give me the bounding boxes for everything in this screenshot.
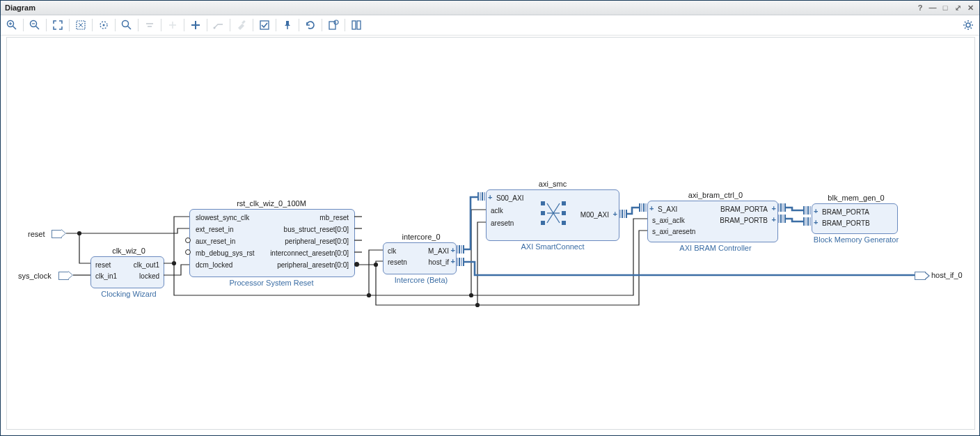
port: resetn <box>388 258 407 266</box>
port: clk_out1 <box>134 261 159 269</box>
svg-rect-32 <box>541 211 545 215</box>
block-bram-sub: AXI BRAM Controller <box>646 244 785 252</box>
diagram-canvas[interactable]: reset sys_clock host_if_0 clk_wiz_0 rese… <box>6 37 975 430</box>
port: host_if <box>429 258 449 266</box>
block-clk-wiz-sub: Clocking Wizard <box>84 290 174 298</box>
svg-line-5 <box>36 26 40 30</box>
toolbar <box>1 15 979 36</box>
port: M00_AXI <box>580 211 609 219</box>
port: mb_debug_sys_rst <box>196 249 255 257</box>
smartconnect-icon <box>541 198 566 229</box>
port: ext_reset_in <box>196 226 233 233</box>
svg-rect-21 <box>357 21 361 29</box>
block-smc[interactable]: + S00_AXI aclk aresetn M00_AXI + <box>486 189 619 241</box>
expand-icon <box>164 17 181 33</box>
minimize-icon[interactable]: — <box>928 3 938 13</box>
collapse-icon <box>141 17 158 33</box>
port: BRAM_PORTA <box>720 205 768 213</box>
svg-rect-15 <box>242 20 246 24</box>
port: clk <box>388 247 396 255</box>
svg-rect-33 <box>541 221 545 225</box>
titlebar: Diagram ? — □ ⤢ ✕ <box>1 1 979 15</box>
svg-line-29 <box>965 28 966 29</box>
port: slowest_sync_clk <box>196 214 249 221</box>
zoom-area-icon[interactable] <box>72 17 89 33</box>
svg-rect-34 <box>562 201 566 205</box>
svg-point-22 <box>966 23 970 27</box>
customize-icon <box>233 17 250 33</box>
help-icon[interactable]: ? <box>915 3 925 13</box>
block-bmg[interactable]: + + BRAM_PORTA BRAM_PORTB <box>812 203 898 234</box>
block-clk-wiz-title: clk_wiz_0 <box>90 247 167 255</box>
block-clk-wiz[interactable]: reset clk_in1 clk_out1 locked <box>90 256 164 288</box>
block-psr-sub: Processor System Reset <box>188 279 355 287</box>
svg-line-1 <box>13 26 17 30</box>
block-bram-ctrl[interactable]: + S_AXI s_axi_aclk s_axi_aresetn BRAM_PO… <box>647 201 778 242</box>
port: BRAM_PORTB <box>822 219 870 227</box>
port: dcm_locked <box>196 261 232 269</box>
svg-line-30 <box>971 22 972 23</box>
port: S00_AXI <box>496 194 523 202</box>
settings-icon[interactable] <box>960 17 977 33</box>
svg-point-38 <box>173 262 176 265</box>
window-title: Diagram <box>5 3 35 12</box>
search-icon[interactable] <box>118 17 135 33</box>
port: peripheral_reset[0:0] <box>285 238 349 245</box>
svg-rect-20 <box>352 21 356 29</box>
block-smc-sub: AXI SmartConnect <box>486 242 619 251</box>
diagram-window: Diagram ? — □ ⤢ ✕ <box>0 0 980 436</box>
ext-port-reset[interactable]: reset <box>28 230 45 238</box>
port: s_axi_aclk <box>652 217 685 224</box>
block-bram-title: axi_bram_ctrl_0 <box>646 191 785 199</box>
port: aresetn <box>491 219 514 227</box>
block-bmg-title: blk_mem_gen_0 <box>807 194 905 202</box>
svg-point-10 <box>122 21 129 27</box>
zoom-in-icon[interactable] <box>3 17 20 33</box>
svg-point-40 <box>470 294 473 297</box>
port: reset <box>95 261 111 269</box>
port: M_AXI <box>428 247 449 255</box>
add-icon[interactable] <box>187 17 204 33</box>
svg-point-41 <box>374 263 378 267</box>
validate-icon[interactable] <box>256 17 273 33</box>
ext-port-hostif-shape <box>915 272 926 280</box>
block-intercore[interactable]: clk resetn M_AXI host_if + + <box>383 242 457 274</box>
ext-port-host-if[interactable]: host_if_0 <box>931 271 963 279</box>
close-icon[interactable]: ✕ <box>965 3 975 13</box>
port: BRAM_PORTB <box>720 217 768 224</box>
svg-point-39 <box>368 294 371 297</box>
auto-fit-icon[interactable] <box>95 17 112 33</box>
port: BRAM_PORTA <box>822 208 869 216</box>
svg-line-11 <box>128 26 132 30</box>
port: aclk <box>491 207 503 215</box>
svg-line-27 <box>965 22 966 23</box>
refresh-icon[interactable] <box>302 17 319 33</box>
zoom-fit-icon[interactable] <box>49 17 66 33</box>
svg-point-37 <box>78 232 81 235</box>
block-bmg-sub: Block Memory Generator <box>800 235 912 244</box>
block-intercore-title: intercore_0 <box>383 233 459 241</box>
ext-port-sys-clock[interactable]: sys_clock <box>18 272 52 280</box>
svg-rect-31 <box>541 201 545 205</box>
connect-icon <box>210 17 227 33</box>
pin-icon[interactable] <box>279 17 296 33</box>
port: mb_reset <box>319 214 349 221</box>
maximize-icon[interactable]: ⤢ <box>953 3 963 13</box>
ip-status-icon[interactable] <box>325 17 342 33</box>
port: clk_in1 <box>95 272 117 280</box>
block-smc-title: axi_smc <box>486 180 619 188</box>
ext-port-sysclk-shape <box>58 272 69 280</box>
block-psr[interactable]: slowest_sync_clk ext_reset_in aux_reset_… <box>189 209 355 277</box>
port: s_axi_aresetn <box>652 228 695 235</box>
address-editor-icon[interactable] <box>348 17 365 33</box>
restore-icon[interactable]: □ <box>940 3 950 13</box>
svg-point-19 <box>334 20 338 24</box>
zoom-out-icon[interactable] <box>26 17 43 33</box>
svg-point-9 <box>103 24 105 26</box>
svg-point-14 <box>214 27 216 29</box>
port: interconnect_aresetn[0:0] <box>270 249 349 257</box>
port: aux_reset_in <box>196 238 235 245</box>
port: locked <box>139 272 159 280</box>
svg-rect-35 <box>562 211 566 215</box>
port: bus_struct_reset[0:0] <box>284 226 349 233</box>
